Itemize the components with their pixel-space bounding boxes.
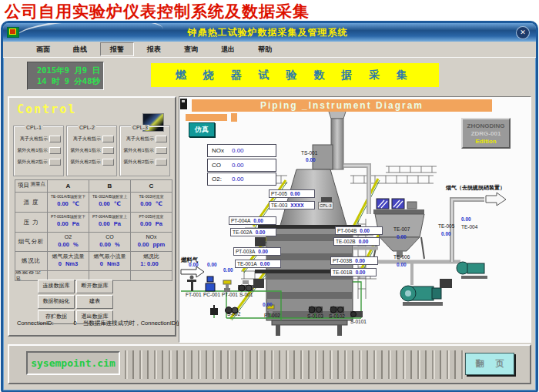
ft-001-value: 0.00 [189, 262, 199, 267]
flame-row-label: 紫外火检2指示 [18, 159, 48, 165]
screen: { "page_title": "公司自用实验炉仪表控制系统及数据采集", "w… [0, 0, 539, 392]
table-cell: 燃气最小流量0Nm3 [89, 251, 130, 270]
flame-row-label: 离子火检指示 [126, 136, 154, 142]
te-005-value: 0.00 [441, 231, 451, 236]
orange-square [231, 113, 237, 122]
flame-indicator-lamp [49, 136, 61, 142]
cpl-3-tag: CPL-3 [318, 202, 333, 209]
te-004-tag: TE-004 [461, 224, 477, 230]
corner-icon [180, 99, 187, 109]
simulation-button[interactable]: 仿真 [189, 122, 215, 137]
cpl-groups: CPL-1 离子火检指示 紫外火检1指示 紫外火检2指示 CPL-2 离子火检指… [13, 126, 170, 176]
data-init-button[interactable]: 数据初始化 [38, 295, 75, 309]
app-icon [7, 27, 19, 38]
menubar: 画面 曲线 报警 报表 查询 退出 帮助 [3, 42, 536, 58]
row-label-fluegas: 烟气分析 [15, 232, 47, 251]
brand-line1: ZHONGDING [463, 122, 509, 129]
flame-row-label: 紫外火检2指示 [71, 159, 101, 165]
co-readout: CO0.00 [207, 159, 276, 172]
table-cell: 燃况比1: 0.00 [130, 251, 172, 270]
database-buttons: 连接数据库 断开数据库 数据初始化 建表 存贮数据 退出数据库 [38, 280, 150, 324]
brand-line2: ZDRG-001 [463, 130, 509, 137]
pid-diagram-panel: Piping _Instrument Diagram 仿真 ZHONGDING … [179, 96, 531, 343]
menu-item-baojing[interactable]: 报警 [100, 42, 134, 56]
te-007-tag: TE-007 [393, 226, 410, 232]
pt-002-tag: PT-002 [264, 313, 280, 318]
s-0102-tag: S-0102 [329, 313, 345, 319]
connect-db-button[interactable]: 连接数据库 [38, 280, 75, 293]
control-panel-title: Control [17, 102, 76, 116]
ts-001-value: 0.00 [306, 157, 316, 162]
flame-indicator-lamp [102, 136, 114, 142]
col-header-b: B [89, 179, 130, 192]
corner-top-label: 测量点 [31, 181, 46, 188]
group-legend: CPL-3 [131, 125, 149, 130]
control-panel: Control CPL-1 离子火检指示 紫外火检1指示 紫外火检2指示 CPL… [8, 96, 176, 337]
te-006-tag: TE-006 [393, 254, 410, 260]
table-cell: CO0.00% [89, 232, 130, 251]
te-002a-chip: TE-002A0.00 [230, 228, 276, 236]
te-001b-chip: TE-001B0.00 [330, 268, 377, 276]
fuel-train-instruments [187, 276, 253, 293]
menu-item-baobiao[interactable]: 报表 [137, 42, 171, 56]
datetime-display: 2015年9 月9 日 14 时 9 分48秒 [27, 62, 104, 90]
group-legend: CPL-2 [78, 125, 96, 130]
s-001-tag: S-001 [239, 292, 253, 297]
flame-row-label: 离子火检指示 [73, 136, 101, 142]
flame-row-label: 紫外火检2指示 [124, 159, 154, 165]
create-table-button[interactable]: 建表 [76, 295, 113, 309]
burner-box [253, 279, 264, 288]
pt-004b-chip: PT-004B0.00 [335, 226, 383, 235]
pt-001-tag: PT-001 [222, 292, 238, 297]
pc-001-tag: PC-001 [203, 292, 220, 297]
flame-indicator-lamp [156, 159, 167, 166]
footer-ridges [125, 350, 464, 379]
orange-bar [186, 114, 227, 121]
main-banner: 燃 烧 器 试 验 数 据 采 集 [151, 63, 439, 87]
flue-gas-label: 烟气（去脱硫脱硝装置） [446, 184, 505, 192]
page-title: 公司自用实验炉仪表控制系统及数据采集 [5, 1, 310, 22]
close-icon[interactable]: ✕ [516, 26, 530, 39]
table-cell: 燃气最大流量0Nm3 [47, 251, 89, 270]
cpl-group-3: CPL-3 离子火检指示 紫外火检1指示 紫外火检2指示 [119, 126, 170, 176]
row-label-temp: 温 度 [15, 192, 47, 212]
table-corner: 测量点 项目 [15, 179, 47, 192]
row-label-ratio: 燃况比 [15, 251, 47, 270]
table-cell: TE-001A/B辐射室下0.00℃ [47, 192, 89, 212]
menu-item-bangzhu[interactable]: 帮助 [248, 42, 282, 56]
menu-item-huamian[interactable]: 画面 [26, 42, 60, 56]
upper-right-platform [386, 166, 437, 173]
te-001a-chip: TE-001A0.00 [235, 260, 281, 268]
brand-box: ZHONGDING ZDRG-001 Edition [461, 118, 511, 149]
te-007-value: 0.00 [397, 234, 407, 240]
te-006-value: 0.00 [397, 262, 407, 267]
flame-indicator-lamp [156, 136, 167, 142]
corner-side-label: 项目 [18, 182, 29, 189]
menu-item-tuichu[interactable]: 退出 [211, 42, 245, 56]
flame-row-label: 紫外火检1指示 [124, 147, 154, 153]
burner-box [255, 237, 266, 246]
status-footer: sysempoint.cim 翻 页 [8, 344, 531, 384]
menu-item-quxian[interactable]: 曲线 [63, 42, 97, 56]
cpl-group-1: CPL-1 离子火检指示 紫外火检1指示 紫外火检2指示 [13, 126, 64, 176]
pt-001-value: 0.00 [223, 267, 233, 273]
measurement-table: 测量点 项目 A B C 温 度 TE-001A/B辐射室下0.00℃ TE-0… [15, 179, 172, 281]
pt-005-chip: PT-0050.00 [269, 189, 315, 198]
connection-status: ConnectionID:0当数据库连接成功时，ConnectionID值不为零… [17, 320, 205, 327]
pt-003b-chip: PT-003B0.00 [330, 256, 378, 265]
disconnect-db-button[interactable]: 断开数据库 [76, 280, 113, 293]
current-file-display: sysempoint.cim [26, 351, 120, 375]
flame-row-label: 紫外火检1指示 [18, 147, 48, 153]
flame-indicator-lamp [102, 147, 114, 154]
page-turn-button[interactable]: 翻 页 [465, 353, 514, 375]
te-005-tag: TE-005 [438, 223, 454, 229]
flame-indicator-lamp [156, 147, 167, 154]
connection-id-value: 0 [74, 320, 77, 327]
menu-item-chaxun[interactable]: 查询 [174, 42, 208, 56]
s-002-tag: S-002 [227, 311, 240, 317]
te-002b-chip: TE-002B0.00 [333, 237, 380, 246]
pt-004a-chip: PT-004A0.00 [229, 216, 276, 225]
window-title: 钟鼎热工试验炉数据采集及管理系统 [19, 26, 516, 39]
flame-indicator-lamp [49, 147, 61, 154]
col-header-c: C [130, 179, 172, 192]
